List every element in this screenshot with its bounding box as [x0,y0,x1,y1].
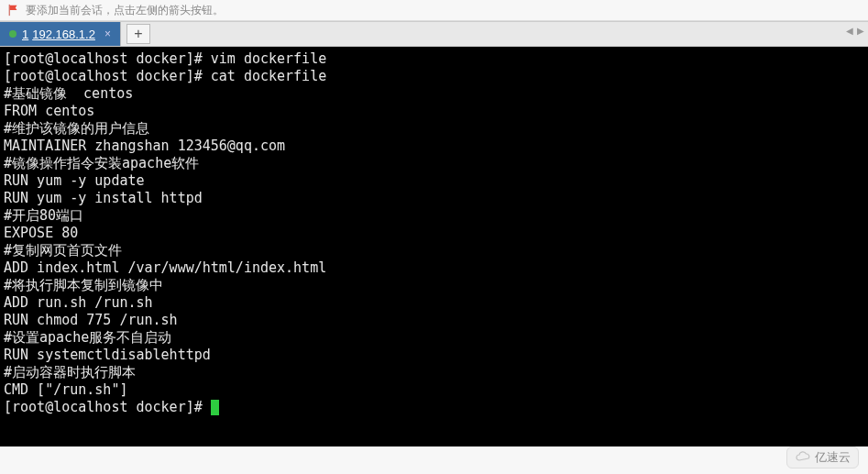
watermark: 亿速云 [786,446,859,468]
terminal-line: RUN chmod 775 /run.sh [4,312,178,328]
terminal[interactable]: [root@localhost docker]# vim dockerfile … [0,47,868,446]
tab-scroll: ◀ ▶ [846,26,864,36]
terminal-line: #开启80端口 [4,207,83,224]
terminal-line: #将执行脚本复制到镜像中 [4,277,163,293]
terminal-line: FROM centos [4,103,94,119]
flag-icon [7,4,20,17]
close-icon[interactable]: × [104,28,111,40]
terminal-line: RUN systemctldisablehttpd [4,347,211,363]
terminal-line: #启动容器时执行脚本 [4,364,136,380]
terminal-line: CMD ["/run.sh"] [4,381,127,398]
terminal-line: [root@localhost docker]# vim dockerfile [4,50,326,67]
terminal-line: RUN yum -y update [4,172,145,189]
tab-index: 1 [22,28,28,41]
plus-icon: + [134,26,142,42]
scroll-right-icon[interactable]: ▶ [857,26,864,36]
status-dot-icon [9,30,16,38]
cloud-icon [795,451,811,465]
terminal-prompt: [root@localhost docker]# [4,399,211,415]
terminal-line: ADD index.html /var/www/html/index.html [4,259,326,276]
terminal-line: #维护该镜像的用户信息 [4,120,149,137]
terminal-line: [root@localhost docker]# cat dockerfile [4,68,326,84]
terminal-line: #设置apache服务不自启动 [4,329,171,346]
cursor-icon [211,400,219,415]
tab-session-1[interactable]: 1 192.168.1.2 × [0,22,121,46]
terminal-line: #复制网页首页文件 [4,242,122,259]
add-tab-button[interactable]: + [126,24,150,44]
info-message: 要添加当前会话，点击左侧的箭头按钮。 [26,3,224,18]
info-bar: 要添加当前会话，点击左侧的箭头按钮。 [0,0,868,21]
terminal-line: RUN yum -y install httpd [4,190,203,206]
terminal-line: EXPOSE 80 [4,225,78,241]
terminal-line: MAINTAINER zhangshan 123456@qq.com [4,138,285,154]
svg-rect-0 [9,5,10,16]
scroll-left-icon[interactable]: ◀ [846,26,853,36]
tab-bar: 1 192.168.1.2 × + ◀ ▶ [0,21,868,47]
terminal-line: #基础镜像 centos [4,85,133,102]
watermark-text: 亿速云 [815,449,851,466]
terminal-line: ADD run.sh /run.sh [4,294,153,311]
terminal-line: #镜像操作指令安装apache软件 [4,155,199,171]
bottom-strip [0,446,868,474]
tab-label: 192.168.1.2 [32,28,95,41]
